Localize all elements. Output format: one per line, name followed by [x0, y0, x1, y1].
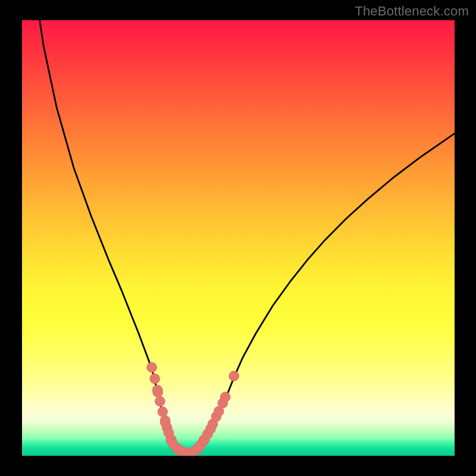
data-point-right: [229, 371, 239, 381]
data-point-left: [147, 362, 157, 372]
data-point-left: [150, 374, 160, 384]
watermark-text: TheBottleneck.com: [355, 4, 469, 19]
data-point-left: [153, 387, 163, 397]
bottleneck-curve: [35, 20, 455, 453]
data-point-left: [158, 407, 168, 417]
chart-svg: [22, 20, 455, 456]
data-point-right: [220, 392, 230, 402]
plot-area: [22, 20, 455, 456]
data-point-left: [155, 396, 165, 406]
chart-frame: TheBottleneck.com: [0, 0, 476, 476]
